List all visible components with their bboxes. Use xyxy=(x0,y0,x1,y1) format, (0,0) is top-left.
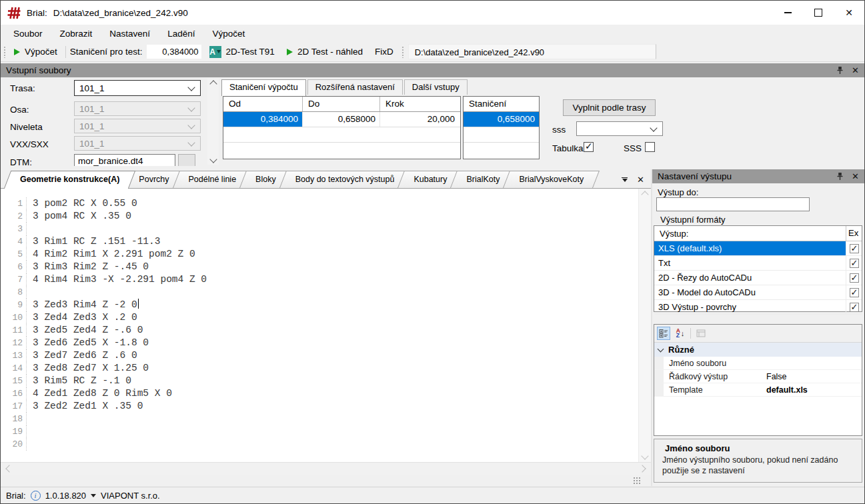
run-calculation-button[interactable]: Výpočet xyxy=(10,45,61,59)
trasa-combobox[interactable]: 101_1 xyxy=(74,80,201,96)
code-text xyxy=(27,438,33,451)
code-line[interactable]: 3 xyxy=(1,223,651,235)
editor-tab[interactable]: Podélné linie xyxy=(176,171,249,188)
chevron-down-icon xyxy=(187,139,195,146)
code-line[interactable]: 54 Rim2 Rim1 X 2.291 pom2 Z 0 xyxy=(1,248,651,261)
code-line[interactable]: 133 Zed7 Zed6 Z .6 0 xyxy=(1,349,651,362)
sss-combobox[interactable] xyxy=(576,121,663,136)
stationing-test-input[interactable]: 0,384000 xyxy=(147,45,201,59)
2d-preview-button[interactable]: 2D Test - náhled xyxy=(283,45,367,59)
code-line[interactable]: 19 xyxy=(1,425,651,438)
column-header-od[interactable]: Od xyxy=(223,97,303,111)
fixd-button[interactable]: FixD xyxy=(371,45,397,59)
editor-tab[interactable]: Body do textových výstupů xyxy=(283,171,407,188)
format-row[interactable]: Txt xyxy=(654,256,862,271)
table-row[interactable]: 0,384000 0,658000 20,000 xyxy=(223,112,460,127)
property-row[interactable]: Templatedefault.xls xyxy=(654,383,862,397)
input-fields-scrollbar[interactable] xyxy=(207,79,219,165)
checkbox[interactable] xyxy=(850,259,859,268)
property-gutter xyxy=(654,370,664,383)
code-line[interactable]: 93 Zed3 Rim4 Z -2 0 xyxy=(1,299,651,311)
subtab[interactable]: Staničení výpočtu xyxy=(221,79,306,96)
toolbar-grip[interactable] xyxy=(401,46,404,58)
subtab[interactable]: Další vstupy xyxy=(404,79,468,95)
code-line[interactable]: 18 xyxy=(1,413,651,425)
version-dropdown-icon[interactable] xyxy=(91,494,96,497)
close-tab-icon[interactable]: ✕ xyxy=(637,175,644,184)
minimize-button[interactable] xyxy=(772,1,803,25)
code-line[interactable]: 113 Zed5 Zed4 Z -.6 0 xyxy=(1,324,651,337)
menu-item[interactable]: Výpočet xyxy=(203,26,253,41)
alphabetical-sort-button[interactable]: AZ↓ xyxy=(674,327,687,340)
sss-checkbox[interactable] xyxy=(645,142,655,152)
format-row[interactable]: XLS (default.xls) xyxy=(654,241,862,256)
toolbar-grip[interactable] xyxy=(3,46,6,58)
editor-tab[interactable]: Geometrie konstrukce(A) xyxy=(7,171,132,188)
editor-horizontal-scrollbar[interactable] xyxy=(1,462,651,475)
cell-do[interactable]: 0,658000 xyxy=(303,112,380,127)
tabulka-checkbox[interactable] xyxy=(584,142,594,152)
export-column-header[interactable]: Ex xyxy=(846,226,862,241)
code-line[interactable]: 143 Zed8 Zed7 X 1.25 0 xyxy=(1,362,651,375)
dtm-browse-button[interactable] xyxy=(178,154,195,166)
checkbox[interactable] xyxy=(850,244,859,253)
code-line[interactable]: 173 Zed2 Zed1 X .35 0 xyxy=(1,400,651,413)
subtab[interactable]: Rozšířená nastavení xyxy=(307,79,403,95)
minimize-icon xyxy=(784,12,792,13)
dtm-input[interactable]: mor_branice.dt4 xyxy=(74,154,175,166)
cell-staniceni[interactable]: 0,658000 xyxy=(464,112,539,127)
code-line[interactable]: 23 pom4 RC X .35 0 xyxy=(1,210,651,223)
editor-vertical-scrollbar[interactable] xyxy=(638,189,651,462)
format-row[interactable]: 3D Výstup - povrchy xyxy=(654,300,862,315)
checkbox[interactable] xyxy=(850,288,859,297)
close-button[interactable]: ✕ xyxy=(834,1,864,25)
property-row[interactable]: Jméno souboru xyxy=(654,357,862,370)
format-column-header[interactable]: Výstup: xyxy=(654,229,846,239)
stationing-list-row-empty[interactable] xyxy=(464,127,539,143)
code-line[interactable]: 43 Rim1 RC Z .151 -11.3 xyxy=(1,235,651,248)
format-row[interactable]: 2D - Řezy do AutoCADu xyxy=(654,271,862,285)
cell-od[interactable]: 0,384000 xyxy=(223,112,303,127)
menu-item[interactable]: Ladění xyxy=(159,26,203,41)
code-line[interactable]: 74 Rim4 Rim3 -X -2.291 pom4 Z 0 xyxy=(1,273,651,286)
close-panel-icon[interactable]: ✕ xyxy=(852,66,859,75)
code-line[interactable]: 63 Rim3 Rim2 Z -.45 0 xyxy=(1,261,651,273)
column-header-staniceni[interactable]: Staničení xyxy=(464,97,539,111)
2d-test-button[interactable]: A 2D-Test T91 xyxy=(205,44,279,60)
code-line[interactable]: 164 Zed1 Zed8 Z 0 Rim5 X 0 xyxy=(1,387,651,400)
code-line[interactable]: 123 Zed6 Zed5 X -1.8 0 xyxy=(1,337,651,349)
column-header-do[interactable]: Do xyxy=(303,97,380,111)
categorized-view-button[interactable] xyxy=(657,327,670,340)
resize-grip[interactable] xyxy=(633,477,640,484)
column-header-krok[interactable]: Krok xyxy=(380,97,459,111)
close-panel-icon[interactable]: ✕ xyxy=(852,172,859,181)
stationing-list-row-empty[interactable] xyxy=(464,143,539,157)
checkbox[interactable] xyxy=(850,303,859,312)
code-editor[interactable]: 13 pom2 RC X 0.55 023 pom4 RC X .35 0343… xyxy=(1,189,651,462)
pin-icon[interactable] xyxy=(836,66,844,75)
fill-by-route-button[interactable]: Vyplnit podle trasy xyxy=(563,99,656,116)
editor-tab[interactable]: BrialVyskoveKoty xyxy=(506,171,596,188)
info-icon[interactable]: i xyxy=(31,491,41,501)
maximize-button[interactable] xyxy=(803,1,834,25)
property-row[interactable]: Řádkový výstupFalse xyxy=(654,370,862,383)
format-row[interactable]: 3D - Model do AutoCADu xyxy=(654,285,862,300)
property-category-row[interactable]: Různé xyxy=(654,343,862,357)
checkbox[interactable] xyxy=(850,273,859,283)
menu-item[interactable]: Nastavení xyxy=(101,26,159,41)
current-file-path-box[interactable]: D:\data\zed_branice\zed_242.v90 xyxy=(408,44,656,59)
code-line[interactable]: 103 Zed4 Zed3 X .2 0 xyxy=(1,311,651,324)
stationing-list-row[interactable]: 0,658000 xyxy=(464,112,539,127)
table-row-empty[interactable] xyxy=(223,127,460,143)
pin-icon[interactable] xyxy=(836,172,844,181)
output-to-input[interactable] xyxy=(656,197,810,211)
code-line[interactable]: 8 xyxy=(1,286,651,299)
menu-item[interactable]: Zobrazit xyxy=(51,26,101,41)
table-row-empty[interactable] xyxy=(223,143,460,157)
menu-item[interactable]: Soubor xyxy=(5,26,51,41)
cell-krok[interactable]: 20,000 xyxy=(380,112,459,127)
code-line[interactable]: 20 xyxy=(1,438,651,451)
code-line[interactable]: 153 Rim5 RC Z -.1 0 xyxy=(1,375,651,387)
code-line[interactable]: 13 pom2 RC X 0.55 0 xyxy=(1,197,651,210)
tab-list-dropdown-icon[interactable] xyxy=(622,177,628,183)
